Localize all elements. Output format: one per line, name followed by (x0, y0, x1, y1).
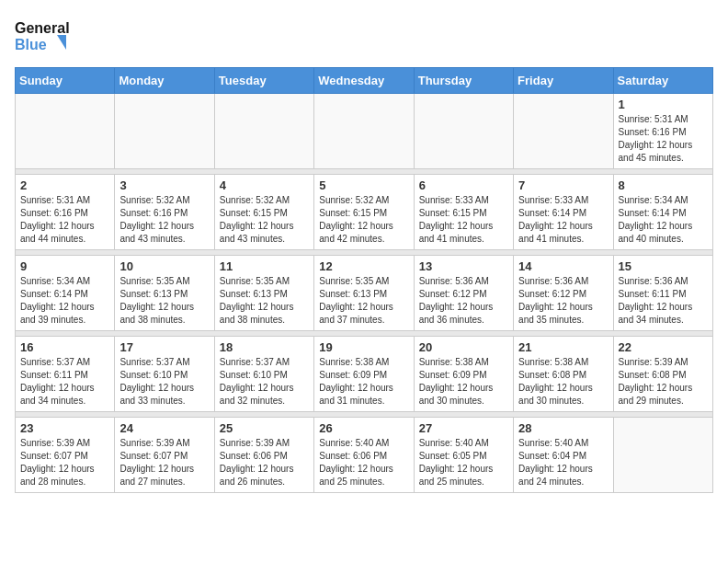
day-info: Sunrise: 5:36 AM Sunset: 6:12 PM Dayligh… (419, 275, 508, 327)
day-cell: 9Sunrise: 5:34 AM Sunset: 6:14 PM Daylig… (16, 256, 115, 331)
day-info: Sunrise: 5:32 AM Sunset: 6:15 PM Dayligh… (220, 194, 309, 246)
day-info: Sunrise: 5:39 AM Sunset: 6:07 PM Dayligh… (20, 437, 109, 488)
day-number: 6 (419, 178, 508, 192)
day-number: 14 (518, 259, 608, 273)
day-number: 3 (119, 178, 209, 192)
week-row-2: 9Sunrise: 5:34 AM Sunset: 6:14 PM Daylig… (16, 256, 713, 331)
day-info: Sunrise: 5:39 AM Sunset: 6:06 PM Dayligh… (220, 437, 309, 488)
day-cell: 6Sunrise: 5:33 AM Sunset: 6:15 PM Daylig… (414, 175, 513, 250)
day-number: 4 (220, 178, 309, 192)
day-cell: 26Sunrise: 5:40 AM Sunset: 6:06 PM Dayli… (314, 418, 414, 493)
day-cell: 3Sunrise: 5:32 AM Sunset: 6:16 PM Daylig… (115, 175, 214, 250)
weekday-monday: Monday (115, 68, 214, 94)
day-number: 20 (419, 340, 508, 354)
day-cell: 18Sunrise: 5:37 AM Sunset: 6:10 PM Dayli… (214, 337, 313, 412)
day-info: Sunrise: 5:32 AM Sunset: 6:15 PM Dayligh… (319, 194, 408, 246)
weekday-friday: Friday (514, 68, 613, 94)
day-cell: 14Sunrise: 5:36 AM Sunset: 6:12 PM Dayli… (514, 256, 613, 331)
day-cell: 24Sunrise: 5:39 AM Sunset: 6:07 PM Dayli… (115, 418, 214, 493)
weekday-header-row: SundayMondayTuesdayWednesdayThursdayFrid… (16, 68, 713, 94)
day-cell: 28Sunrise: 5:40 AM Sunset: 6:04 PM Dayli… (514, 418, 613, 493)
day-cell: 21Sunrise: 5:38 AM Sunset: 6:08 PM Dayli… (514, 337, 613, 412)
day-cell: 25Sunrise: 5:39 AM Sunset: 6:06 PM Dayli… (214, 418, 313, 493)
day-cell: 22Sunrise: 5:39 AM Sunset: 6:08 PM Dayli… (613, 337, 712, 412)
day-cell (115, 94, 214, 169)
day-cell (314, 94, 414, 169)
day-cell: 2Sunrise: 5:31 AM Sunset: 6:16 PM Daylig… (16, 175, 115, 250)
day-info: Sunrise: 5:39 AM Sunset: 6:08 PM Dayligh… (619, 356, 708, 408)
week-row-1: 2Sunrise: 5:31 AM Sunset: 6:16 PM Daylig… (16, 175, 713, 250)
day-info: Sunrise: 5:33 AM Sunset: 6:14 PM Dayligh… (518, 194, 608, 246)
day-info: Sunrise: 5:35 AM Sunset: 6:13 PM Dayligh… (119, 275, 209, 327)
day-info: Sunrise: 5:35 AM Sunset: 6:13 PM Dayligh… (220, 275, 309, 327)
calendar-table: SundayMondayTuesdayWednesdayThursdayFrid… (15, 67, 713, 493)
day-info: Sunrise: 5:37 AM Sunset: 6:11 PM Dayligh… (20, 356, 109, 408)
day-cell: 10Sunrise: 5:35 AM Sunset: 6:13 PM Dayli… (115, 256, 214, 331)
weekday-wednesday: Wednesday (314, 68, 414, 94)
day-info: Sunrise: 5:38 AM Sunset: 6:08 PM Dayligh… (518, 356, 608, 408)
day-info: Sunrise: 5:31 AM Sunset: 6:16 PM Dayligh… (20, 194, 109, 246)
day-cell: 23Sunrise: 5:39 AM Sunset: 6:07 PM Dayli… (16, 418, 115, 493)
page-header: General Blue (15, 15, 713, 60)
day-number: 27 (419, 421, 508, 435)
day-cell: 17Sunrise: 5:37 AM Sunset: 6:10 PM Dayli… (115, 337, 214, 412)
day-number: 5 (319, 178, 408, 192)
day-number: 12 (319, 259, 408, 273)
day-cell: 19Sunrise: 5:38 AM Sunset: 6:09 PM Dayli… (314, 337, 414, 412)
svg-text:General: General (15, 20, 70, 36)
day-number: 11 (220, 259, 309, 273)
day-number: 18 (220, 340, 309, 354)
week-row-4: 23Sunrise: 5:39 AM Sunset: 6:07 PM Dayli… (16, 418, 713, 493)
day-cell (414, 94, 513, 169)
day-info: Sunrise: 5:40 AM Sunset: 6:04 PM Dayligh… (518, 437, 608, 488)
logo: General Blue (15, 15, 70, 60)
day-number: 15 (619, 259, 708, 273)
day-cell: 5Sunrise: 5:32 AM Sunset: 6:15 PM Daylig… (314, 175, 414, 250)
day-info: Sunrise: 5:40 AM Sunset: 6:06 PM Dayligh… (319, 437, 408, 488)
day-number: 24 (119, 421, 209, 435)
day-number: 28 (518, 421, 608, 435)
day-info: Sunrise: 5:40 AM Sunset: 6:05 PM Dayligh… (419, 437, 508, 488)
day-number: 13 (419, 259, 508, 273)
day-cell: 7Sunrise: 5:33 AM Sunset: 6:14 PM Daylig… (514, 175, 613, 250)
day-cell: 16Sunrise: 5:37 AM Sunset: 6:11 PM Dayli… (16, 337, 115, 412)
day-cell: 4Sunrise: 5:32 AM Sunset: 6:15 PM Daylig… (214, 175, 313, 250)
day-cell: 20Sunrise: 5:38 AM Sunset: 6:09 PM Dayli… (414, 337, 513, 412)
day-info: Sunrise: 5:38 AM Sunset: 6:09 PM Dayligh… (319, 356, 408, 408)
weekday-saturday: Saturday (613, 68, 712, 94)
day-cell (16, 94, 115, 169)
day-number: 26 (319, 421, 408, 435)
day-cell: 1Sunrise: 5:31 AM Sunset: 6:16 PM Daylig… (613, 94, 712, 169)
weekday-sunday: Sunday (16, 68, 115, 94)
day-cell (214, 94, 313, 169)
day-number: 10 (119, 259, 209, 273)
day-cell (514, 94, 613, 169)
day-number: 22 (619, 340, 708, 354)
week-row-0: 1Sunrise: 5:31 AM Sunset: 6:16 PM Daylig… (16, 94, 713, 169)
day-info: Sunrise: 5:38 AM Sunset: 6:09 PM Dayligh… (419, 356, 508, 408)
day-cell: 15Sunrise: 5:36 AM Sunset: 6:11 PM Dayli… (613, 256, 712, 331)
day-info: Sunrise: 5:34 AM Sunset: 6:14 PM Dayligh… (20, 275, 109, 327)
day-cell: 11Sunrise: 5:35 AM Sunset: 6:13 PM Dayli… (214, 256, 313, 331)
day-cell: 27Sunrise: 5:40 AM Sunset: 6:05 PM Dayli… (414, 418, 513, 493)
day-info: Sunrise: 5:35 AM Sunset: 6:13 PM Dayligh… (319, 275, 408, 327)
day-cell (613, 418, 712, 493)
day-number: 2 (20, 178, 109, 192)
day-info: Sunrise: 5:33 AM Sunset: 6:15 PM Dayligh… (419, 194, 508, 246)
day-info: Sunrise: 5:36 AM Sunset: 6:11 PM Dayligh… (619, 275, 708, 327)
day-info: Sunrise: 5:36 AM Sunset: 6:12 PM Dayligh… (518, 275, 608, 327)
day-cell: 13Sunrise: 5:36 AM Sunset: 6:12 PM Dayli… (414, 256, 513, 331)
weekday-tuesday: Tuesday (214, 68, 313, 94)
day-info: Sunrise: 5:31 AM Sunset: 6:16 PM Dayligh… (619, 113, 708, 165)
svg-marker-2 (57, 35, 66, 50)
day-number: 7 (518, 178, 608, 192)
day-number: 8 (619, 178, 708, 192)
week-row-3: 16Sunrise: 5:37 AM Sunset: 6:11 PM Dayli… (16, 337, 713, 412)
day-cell: 8Sunrise: 5:34 AM Sunset: 6:14 PM Daylig… (613, 175, 712, 250)
day-info: Sunrise: 5:37 AM Sunset: 6:10 PM Dayligh… (119, 356, 209, 408)
day-number: 21 (518, 340, 608, 354)
day-number: 9 (20, 259, 109, 273)
weekday-thursday: Thursday (414, 68, 513, 94)
day-number: 23 (20, 421, 109, 435)
day-info: Sunrise: 5:39 AM Sunset: 6:07 PM Dayligh… (119, 437, 209, 488)
